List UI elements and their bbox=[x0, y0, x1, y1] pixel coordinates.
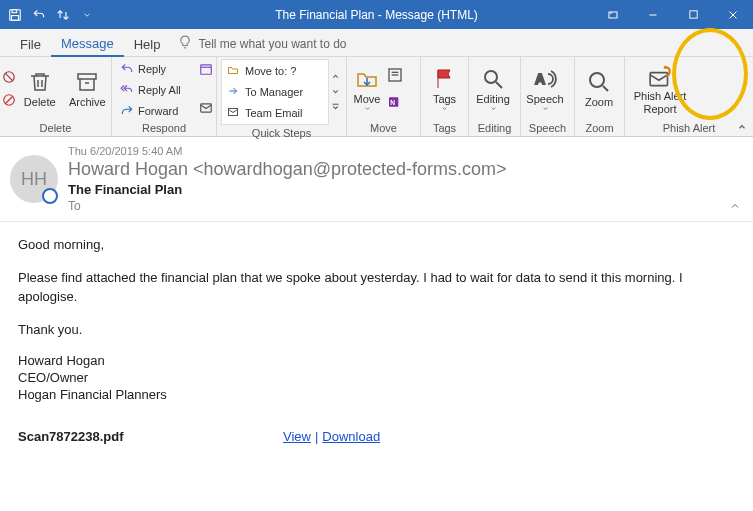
maximize-button[interactable] bbox=[673, 0, 713, 29]
view-link[interactable]: View bbox=[283, 428, 311, 447]
send-receive-icon[interactable] bbox=[56, 8, 70, 22]
tab-file[interactable]: File bbox=[10, 32, 51, 56]
trash-icon bbox=[28, 70, 52, 94]
zoom-button[interactable]: Zoom bbox=[575, 60, 623, 120]
qat-dropdown-icon[interactable] bbox=[80, 8, 94, 22]
svg-point-33 bbox=[664, 66, 667, 69]
move-folder-icon bbox=[355, 67, 379, 91]
delete-button[interactable]: Delete bbox=[16, 60, 64, 120]
close-button[interactable] bbox=[713, 0, 753, 29]
meeting-icon[interactable] bbox=[199, 62, 213, 79]
group-label: Move bbox=[347, 122, 420, 136]
quickstep-move-to[interactable]: Move to: ? bbox=[223, 61, 327, 81]
body-paragraph: Good morning, bbox=[18, 236, 735, 255]
svg-rect-3 bbox=[609, 12, 617, 18]
svg-point-30 bbox=[590, 73, 604, 87]
minimize-button[interactable] bbox=[633, 0, 673, 29]
tab-help[interactable]: Help bbox=[124, 32, 171, 56]
svg-line-9 bbox=[5, 72, 13, 80]
group-move: Move N Move bbox=[347, 57, 421, 136]
quickstep-to-manager[interactable]: To Manager bbox=[223, 82, 327, 102]
tell-me-search[interactable]: Tell me what you want to do bbox=[170, 31, 354, 56]
ribbon-tabs: File Message Help Tell me what you want … bbox=[0, 29, 753, 57]
quick-access-toolbar bbox=[0, 8, 94, 22]
ribbon: Delete Archive Delete Reply Reply All Fo… bbox=[0, 57, 753, 137]
rules-icon[interactable] bbox=[387, 67, 403, 86]
sender-avatar: HH bbox=[10, 155, 58, 203]
group-phish-alert: Phish Alert Report Phish Alert bbox=[625, 57, 753, 136]
forward-button[interactable]: Forward bbox=[116, 101, 185, 121]
svg-text:A: A bbox=[535, 71, 545, 87]
message-body: Good morning, Please find attached the f… bbox=[0, 222, 753, 461]
chevron-down-icon[interactable] bbox=[331, 85, 340, 99]
onenote-icon[interactable]: N bbox=[387, 94, 403, 113]
phish-alert-button[interactable]: Phish Alert Report bbox=[625, 60, 695, 120]
group-label: Speech bbox=[521, 122, 574, 136]
tell-me-label: Tell me what you want to do bbox=[198, 37, 346, 51]
attachment-filename: Scan7872238.pdf bbox=[18, 428, 283, 447]
svg-rect-1 bbox=[12, 9, 17, 12]
zoom-icon bbox=[587, 70, 611, 94]
editing-button[interactable]: Editing bbox=[469, 60, 517, 120]
ignore-icon[interactable] bbox=[2, 70, 16, 87]
title-bar: The Financial Plan - Message (HTML) bbox=[0, 0, 753, 29]
signature: Howard Hogan CEO/Owner Hogan Financial P… bbox=[18, 353, 735, 404]
svg-line-31 bbox=[603, 86, 608, 91]
chevron-up-icon[interactable] bbox=[331, 70, 340, 84]
group-label: Editing bbox=[469, 122, 520, 136]
window-controls bbox=[593, 0, 753, 29]
download-link[interactable]: Download bbox=[322, 428, 380, 447]
chevron-down-icon bbox=[364, 105, 371, 112]
speech-button[interactable]: A Speech bbox=[521, 60, 569, 120]
svg-rect-2 bbox=[12, 15, 19, 20]
expand-icon[interactable] bbox=[331, 100, 340, 114]
group-quick-steps: Move to: ? To Manager Team Email Quick S… bbox=[217, 57, 347, 136]
group-respond: Reply Reply All Forward Respond bbox=[112, 57, 217, 136]
tab-message[interactable]: Message bbox=[51, 31, 124, 57]
svg-rect-5 bbox=[689, 11, 696, 18]
svg-line-28 bbox=[496, 82, 502, 88]
forward-icon bbox=[120, 104, 134, 118]
reply-all-icon bbox=[120, 83, 134, 97]
attachment-row: Scan7872238.pdf View | Download bbox=[18, 428, 735, 447]
quickstep-team-email[interactable]: Team Email bbox=[223, 103, 327, 123]
group-zoom: Zoom Zoom bbox=[575, 57, 625, 136]
lightbulb-icon bbox=[178, 35, 192, 52]
reply-all-button[interactable]: Reply All bbox=[116, 80, 185, 100]
chevron-down-icon bbox=[441, 105, 448, 112]
archive-button[interactable]: Archive bbox=[64, 60, 112, 120]
message-date: Thu 6/20/2019 5:40 AM bbox=[68, 141, 743, 157]
tags-button[interactable]: Tags bbox=[421, 60, 468, 120]
move-button[interactable]: Move bbox=[347, 60, 387, 120]
mail-icon bbox=[227, 106, 241, 120]
reply-button[interactable]: Reply bbox=[116, 59, 185, 79]
sender-from: Howard Hogan <howardhogan@protected-form… bbox=[68, 157, 743, 182]
group-label: Tags bbox=[421, 122, 468, 136]
group-editing: Editing Editing bbox=[469, 57, 521, 136]
to-label: To bbox=[68, 199, 128, 213]
message-header: HH Thu 6/20/2019 5:40 AM Howard Hogan <h… bbox=[0, 137, 753, 222]
more-respond-icon[interactable] bbox=[199, 101, 213, 118]
group-label: Zoom bbox=[575, 122, 624, 136]
group-label: Phish Alert bbox=[625, 122, 753, 136]
collapse-ribbon-icon[interactable] bbox=[737, 122, 747, 134]
group-speech: A Speech Speech bbox=[521, 57, 575, 136]
body-paragraph: Please find attached the financial plan … bbox=[18, 269, 735, 307]
junk-icon[interactable] bbox=[2, 93, 16, 110]
chevron-down-icon bbox=[490, 105, 497, 112]
ribbon-display-button[interactable] bbox=[593, 0, 633, 29]
undo-icon[interactable] bbox=[32, 8, 46, 22]
archive-icon bbox=[75, 70, 99, 94]
message-subject: The Financial Plan bbox=[68, 182, 743, 197]
expand-header-button[interactable] bbox=[729, 200, 741, 215]
arrow-right-icon bbox=[227, 85, 241, 99]
reply-icon bbox=[120, 62, 134, 76]
window-title: The Financial Plan - Message (HTML) bbox=[275, 8, 478, 22]
save-icon[interactable] bbox=[8, 8, 22, 22]
group-tags: Tags Tags bbox=[421, 57, 469, 136]
folder-move-icon bbox=[227, 64, 241, 78]
group-delete: Delete Archive Delete bbox=[0, 57, 112, 136]
find-icon bbox=[481, 67, 505, 91]
read-aloud-icon: A bbox=[533, 67, 557, 91]
svg-rect-14 bbox=[78, 74, 96, 79]
